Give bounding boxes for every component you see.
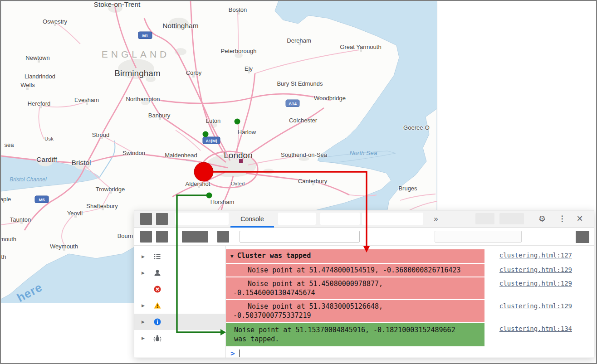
tab-console[interactable]: Console — [230, 210, 274, 227]
expander-icon[interactable]: ▶ — [142, 303, 149, 308]
source-location-cell: clustering.html:129 — [484, 277, 594, 299]
list-icon — [153, 252, 161, 261]
source-link[interactable]: clustering.html:129 — [499, 280, 572, 287]
sidebar-item-info[interactable]: ▶ — [134, 314, 225, 330]
redacted-control[interactable] — [475, 213, 494, 224]
map-label: Birmingham — [114, 68, 160, 78]
map-label: Wells — [20, 82, 35, 88]
sidebar-item-errors[interactable] — [134, 281, 225, 297]
source-location-cell: clustering.html:134 — [484, 323, 594, 346]
map-label: Maidenhead — [165, 152, 197, 159]
map-label: Shaftesbury — [86, 203, 117, 209]
devtools-panel: Console » ⚙ ⋮ × ▶ — [134, 210, 594, 358]
map-label: Boston — [229, 6, 247, 13]
map-label: Great Yarmouth — [340, 44, 381, 50]
redacted-context-select[interactable] — [182, 231, 208, 243]
sidebar-item-messages[interactable]: ▶ — [134, 248, 225, 265]
sidebar-item-verbose[interactable]: ▶ — [134, 330, 225, 346]
map-label: mouth — [1, 236, 16, 243]
expander-icon[interactable]: ▶ — [142, 254, 149, 259]
redacted-tab[interactable] — [362, 213, 423, 225]
redacted-eye-button[interactable] — [217, 231, 229, 243]
source-location-cell: clustering.html:129 — [484, 300, 594, 322]
redacted-control[interactable] — [499, 213, 524, 224]
map-label: sea — [5, 141, 14, 148]
map-label: Weymouth — [50, 243, 78, 250]
map-label: Colchester — [289, 117, 317, 124]
map-label: Luton — [206, 117, 221, 124]
map-label: Bury St Edmunds — [277, 80, 323, 87]
map-label: Stroud — [92, 131, 109, 138]
user-icon — [153, 269, 161, 277]
map-label: Oxted — [231, 181, 245, 186]
expander-icon[interactable]: ▶ — [142, 336, 149, 340]
source-location-cell: clustering.html:127 — [484, 249, 594, 263]
map-label: Evesham — [74, 97, 99, 103]
group-disclosure-icon[interactable]: ▼ — [230, 253, 234, 259]
console-message-text: Noise point at 51.4748000154519, -0.3680… — [226, 264, 484, 277]
console-message-row: Noise point at 51.4748000154519, -0.3680… — [226, 264, 594, 277]
console-sidebar: ▶ ▶ — [134, 246, 226, 358]
prompt-chevron-icon: > — [230, 349, 235, 358]
source-link[interactable]: clustering.html:127 — [499, 252, 572, 259]
console-filter-input[interactable] — [240, 231, 360, 243]
text-caret — [239, 349, 240, 357]
gear-icon[interactable]: ⚙ — [535, 210, 549, 227]
map-label: Harlow — [238, 129, 256, 136]
console-prompt[interactable]: > — [226, 347, 594, 358]
close-icon[interactable]: × — [573, 210, 587, 227]
redacted-inspect-button[interactable] — [140, 213, 152, 225]
bug-icon — [153, 334, 161, 342]
map-label: ENGLAND — [102, 49, 170, 60]
error-icon — [153, 285, 161, 293]
expander-icon[interactable]: ▶ — [142, 271, 149, 275]
map-label: Bourn — [117, 233, 133, 239]
console-log: ▼Cluster was tappedclustering.html:127No… — [226, 246, 594, 358]
console-body: ▶ ▶ — [134, 246, 594, 358]
source-location-cell: clustering.html:129 — [484, 264, 594, 277]
redacted-levels-dropdown[interactable] — [435, 231, 522, 243]
map-label: Taunton — [10, 216, 31, 223]
devtools-tabbar: Console » ⚙ ⋮ × — [134, 210, 594, 228]
map-label: Goeree-O — [403, 124, 430, 131]
map-label: Corby — [186, 69, 202, 76]
sidebar-item-warnings[interactable]: ▶ — [134, 297, 225, 314]
map-label: Dereham — [287, 37, 311, 44]
redacted-tab[interactable] — [320, 213, 360, 225]
redacted-clear-button[interactable] — [140, 231, 152, 243]
map-label: Southend-on-Sea — [281, 151, 327, 158]
map-label: Newtown — [25, 54, 49, 61]
map-label: Horsham — [210, 199, 235, 205]
redacted-button[interactable] — [156, 231, 168, 243]
console-message-row: Noise point at 51.34830005126648,-0.5037… — [226, 300, 594, 323]
map-label: Canterbury — [298, 178, 327, 184]
kebab-menu-icon[interactable]: ⋮ — [556, 210, 568, 227]
redacted-settings-button[interactable] — [576, 231, 589, 243]
map-label: Oswestry — [43, 18, 67, 25]
source-link[interactable]: clustering.html:134 — [499, 325, 572, 332]
expander-icon[interactable]: ▶ — [142, 320, 149, 324]
map-label: North Sea — [350, 150, 377, 156]
source-link[interactable]: clustering.html:129 — [499, 266, 572, 273]
map-label: Ely — [245, 65, 253, 72]
map-label: aple — [1, 196, 11, 203]
redacted-tab[interactable] — [278, 213, 316, 225]
source-link[interactable]: clustering.html:129 — [499, 302, 572, 310]
console-message-text: Noise point at 51.15370004845916, -0.182… — [226, 323, 484, 346]
map-label: th — [1, 253, 6, 260]
redacted-tab[interactable] — [175, 213, 229, 225]
map-label: Aldershot — [186, 180, 210, 187]
sidebar-item-user-messages[interactable]: ▶ — [134, 265, 225, 281]
map-label: Usk — [44, 136, 54, 141]
map-label: Bruges — [398, 185, 417, 192]
console-message-row: Noise point at 51.45080000978877,-0.1546… — [226, 277, 594, 300]
console-message-text: ▼Cluster was tapped — [226, 249, 484, 263]
console-message-text: Noise point at 51.45080000978877,-0.1546… — [226, 277, 484, 299]
more-tabs-icon[interactable]: » — [430, 210, 442, 227]
screenshot-canvas: M1 A14 A1(M) M5 Stoke-on-TrentOswestryNo… — [0, 0, 597, 364]
map-label: Yeovil — [67, 210, 83, 217]
warning-icon — [153, 301, 161, 310]
map-label: Cardiff — [36, 155, 57, 164]
redacted-device-button[interactable] — [156, 213, 168, 225]
console-toolbar — [134, 228, 594, 246]
